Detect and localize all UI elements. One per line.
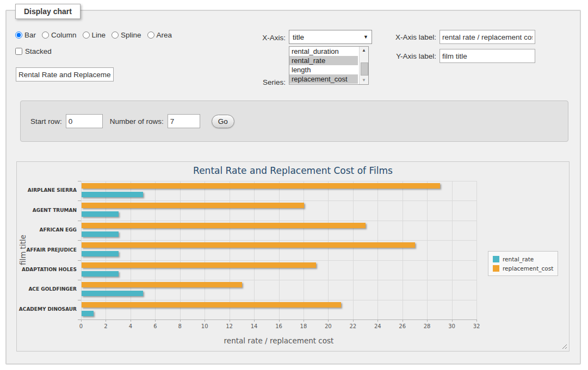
bar-rental_rate <box>82 211 119 217</box>
yaxis-label-input[interactable] <box>440 49 535 63</box>
go-button[interactable]: Go <box>212 115 234 128</box>
x-tick-label: 6 <box>147 323 163 329</box>
start-row-label: Start row: <box>30 117 62 126</box>
y-axis-tick <box>78 221 81 221</box>
y-axis-tick <box>78 300 81 300</box>
grid-line-vertical <box>403 181 403 319</box>
bar-replacement_cost <box>82 183 440 189</box>
chart-type-radio-group: BarColumnLineSplineArea <box>15 31 178 39</box>
chart-type-radio-label: Area <box>157 31 172 39</box>
row-range-box: Start row: Number of rows: Go <box>20 101 568 142</box>
grid-line-horizontal <box>81 280 476 280</box>
grid-line-horizontal <box>81 240 476 241</box>
y-axis-tick <box>78 240 81 241</box>
chart-type-radio-label: Spline <box>121 31 141 39</box>
bar-rental_rate <box>82 291 143 296</box>
legend-swatch-icon <box>493 265 499 272</box>
yaxis-label-label: Y-Axis label: <box>380 52 436 60</box>
scroll-up-icon[interactable]: ▲ <box>360 47 368 54</box>
y-axis-tick <box>78 260 81 261</box>
xaxis-select-label: X-Axis: <box>242 34 286 42</box>
x-axis-line <box>81 319 476 320</box>
y-axis-tick <box>78 200 81 201</box>
grid-line-vertical <box>180 181 181 319</box>
bar-replacement_cost <box>82 302 341 308</box>
x-tick-label: 14 <box>246 323 262 329</box>
grid-line-vertical <box>205 181 205 319</box>
chart-type-option-column[interactable]: Column <box>42 31 77 39</box>
chart-container: Rental Rate and Replacement Cost of Film… <box>16 161 570 352</box>
scrollbar-thumb[interactable] <box>361 62 368 76</box>
chart-type-radio-spline[interactable] <box>112 32 119 39</box>
bar-rental_rate <box>82 192 143 197</box>
xaxis-select[interactable]: title ▼ <box>289 30 372 44</box>
series-option-rental_rate[interactable]: rental_rate <box>289 56 358 65</box>
bar-rental_rate <box>82 251 119 256</box>
chart-legend: rental_ratereplacement_cost <box>488 251 558 276</box>
chart-type-radio-bar[interactable] <box>15 32 22 39</box>
series-option-rental_duration[interactable]: rental_duration <box>289 47 358 56</box>
bar-replacement_cost <box>82 203 304 208</box>
grid-line-horizontal <box>81 221 476 221</box>
chart-title-input[interactable] <box>16 67 114 81</box>
chart-type-radio-label: Line <box>92 31 106 39</box>
stacked-checkbox[interactable] <box>15 48 22 55</box>
legend-item-replacement_cost[interactable]: replacement_cost <box>493 264 553 273</box>
num-rows-label: Number of rows: <box>110 117 164 126</box>
grid-line-vertical <box>377 181 378 319</box>
x-tick-label: 26 <box>394 323 411 329</box>
chart-plot-layer: 02468101214161820222426283032AIRPLANE SI… <box>17 162 569 351</box>
legend-swatch-icon <box>493 256 499 262</box>
stacked-label: Stacked <box>25 47 52 55</box>
bar-rental_rate <box>82 311 94 316</box>
grid-line-vertical <box>106 181 106 319</box>
x-tick-label: 20 <box>320 323 336 329</box>
x-tick-label: 18 <box>295 323 312 329</box>
grid-line-vertical <box>81 181 82 319</box>
x-tick-label: 12 <box>221 323 238 329</box>
chart-type-option-line[interactable]: Line <box>83 31 106 39</box>
series-listbox[interactable]: rental_durationrental_ratelengthreplacem… <box>289 46 369 85</box>
chart-type-option-spline[interactable]: Spline <box>112 31 141 39</box>
chart-type-radio-label: Column <box>51 31 77 39</box>
bar-replacement_cost <box>82 242 415 248</box>
num-rows-input[interactable] <box>168 114 200 128</box>
chart-type-option-area[interactable]: Area <box>147 31 172 39</box>
scroll-down-icon[interactable]: ▼ <box>360 77 368 84</box>
grid-line-vertical <box>452 181 453 319</box>
xaxis-label-input[interactable] <box>440 30 535 44</box>
grid-line-horizontal <box>81 260 476 261</box>
grid-line-vertical <box>131 181 131 319</box>
x-tick-label: 4 <box>122 323 139 329</box>
grid-line-horizontal <box>81 300 476 300</box>
series-option-replacement_cost[interactable]: replacement_cost <box>289 74 358 84</box>
x-tick-label: 24 <box>369 323 386 329</box>
y-axis-tick <box>78 280 81 280</box>
grid-line-vertical <box>279 181 280 319</box>
bar-rental_rate <box>82 231 119 237</box>
grid-line-vertical <box>427 181 428 319</box>
chart-type-radio-area[interactable] <box>147 32 154 39</box>
legend-item-rental_rate[interactable]: rental_rate <box>493 254 553 264</box>
xaxis-selected-value: title <box>293 33 304 41</box>
grid-line-vertical <box>304 181 304 319</box>
y-axis-title: film title <box>18 181 28 319</box>
grid-line-horizontal <box>81 200 476 201</box>
start-row-input[interactable] <box>66 114 103 128</box>
grid-line-vertical <box>353 181 354 319</box>
xaxis-label-label: X-Axis label: <box>380 33 436 41</box>
chart-type-radio-line[interactable] <box>83 32 90 39</box>
chevron-down-icon: ▼ <box>363 34 368 40</box>
chart-type-option-bar[interactable]: Bar <box>15 31 36 39</box>
stacked-checkbox-row[interactable]: Stacked <box>15 47 52 55</box>
chart-type-radio-column[interactable] <box>42 32 49 39</box>
y-axis-title-text: film title <box>18 235 27 265</box>
listbox-scrollbar[interactable]: ▲ ▼ <box>359 47 368 84</box>
series-option-length[interactable]: length <box>289 65 358 74</box>
panel-title: Display chart <box>15 4 81 19</box>
grid-line-vertical <box>155 181 156 319</box>
chart-type-radio-label: Bar <box>24 31 36 39</box>
x-tick-label: 0 <box>73 323 89 329</box>
y-axis-tick <box>78 181 81 181</box>
x-tick-label: 32 <box>468 323 485 329</box>
